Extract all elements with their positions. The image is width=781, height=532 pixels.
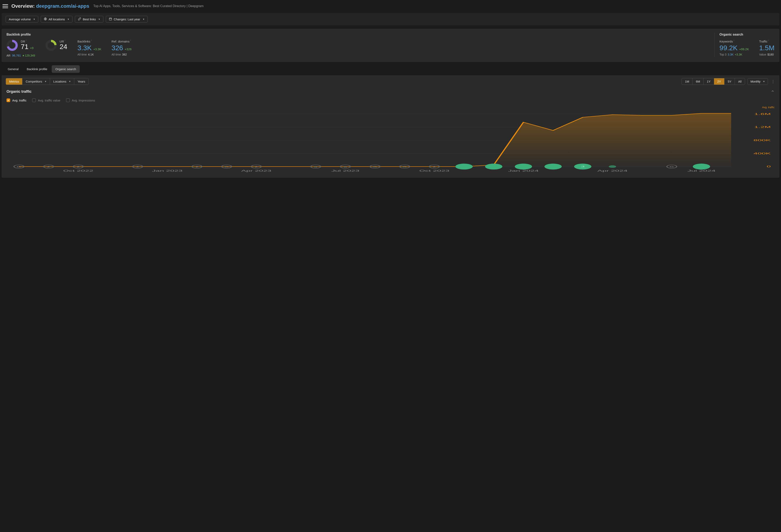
svg-text:Apr 2024: Apr 2024 (597, 169, 627, 172)
filter-links[interactable]: Best links▼ (75, 16, 103, 23)
kebab-icon[interactable]: ⋮ (771, 79, 775, 84)
range-2y[interactable]: 2Y (714, 78, 725, 85)
content-tabs: General Backlink profile Organic search (0, 62, 781, 73)
check-avg-traffic[interactable]: Avg. traffic (6, 98, 27, 102)
svg-text:800K: 800K (753, 139, 771, 142)
dr-donut-icon (6, 40, 18, 51)
svg-text:2: 2 (255, 166, 258, 168)
page-title: Overview: deepgram.com/ai-apps (11, 3, 89, 9)
chevron-down-icon: ▼ (69, 80, 71, 83)
ur-donut-icon (45, 40, 57, 51)
refdomains-label: Ref. domainsi (112, 40, 132, 43)
panel-title: Organic traffic (6, 89, 32, 94)
menu-icon[interactable] (2, 4, 8, 8)
svg-text:Jan 2024: Jan 2024 (508, 169, 539, 172)
calendar-icon (109, 17, 112, 21)
range-6m[interactable]: 6M (693, 78, 703, 85)
collapse-icon[interactable] (771, 89, 775, 94)
granularity-select[interactable]: Monthly▼ (747, 78, 768, 85)
chevron-down-icon: ▼ (33, 18, 35, 21)
traffic-chart: Avg. traffic 0400K800K1.2M1.6MOct 2022Ja… (6, 108, 775, 173)
ur-value: 24 (59, 43, 67, 50)
svg-text:G: G (403, 166, 407, 168)
info-icon[interactable]: i (768, 39, 769, 41)
metrics-cards: Backlink profile DRi 71+9 AR 96,761 (2, 29, 779, 62)
range-all[interactable]: All (735, 78, 745, 85)
svg-text:400K: 400K (753, 152, 771, 155)
tab-backlink[interactable]: Backlink profile (23, 65, 51, 73)
ar-value[interactable]: 96,761 (12, 54, 21, 57)
chart-ylabel: Avg. traffic (762, 106, 775, 109)
svg-text:G: G (17, 166, 21, 168)
seg-competitors[interactable]: Competitors▼ (23, 78, 50, 85)
svg-text:a: a (344, 166, 347, 168)
seg-metrics[interactable]: Metrics (6, 78, 23, 85)
info-icon[interactable]: i (130, 39, 131, 41)
svg-point-54 (609, 165, 616, 168)
checkbox-icon (6, 98, 10, 102)
refdomains-value[interactable]: 326 (112, 44, 123, 52)
chevron-down-icon: ▼ (142, 18, 145, 21)
backlinks-delta: +3.3K (93, 47, 101, 51)
organic-panel: Metrics Competitors▼ Locations▼ Years 1M… (2, 75, 779, 178)
globe-icon (44, 17, 47, 21)
range-1m[interactable]: 1M (682, 78, 693, 85)
tab-general[interactable]: General (4, 65, 22, 73)
svg-text:Oct 2023: Oct 2023 (419, 169, 450, 172)
svg-text:Oct 2022: Oct 2022 (63, 169, 93, 172)
page-subtitle: Top AI Apps, Tools, Services & Software:… (93, 4, 204, 8)
range-5y[interactable]: 5Y (725, 78, 735, 85)
filter-locations[interactable]: All locations▼ (41, 16, 72, 23)
traffic-value[interactable]: 1.5M (759, 44, 775, 52)
info-icon[interactable]: i (26, 39, 27, 41)
info-icon[interactable]: i (734, 39, 734, 41)
traffic-value-row: Value$180 (759, 53, 775, 56)
section-backlink-title: Backlink profile (6, 33, 710, 36)
divider (714, 33, 715, 57)
section-organic-title: Organic search (720, 33, 775, 36)
info-icon[interactable]: i (91, 39, 91, 41)
tab-organic[interactable]: Organic search (52, 65, 80, 73)
range-segments: 1M 6M 1Y 2Y 5Y All (682, 78, 745, 85)
svg-point-50 (515, 164, 532, 170)
svg-text:G: G (373, 166, 377, 168)
backlinks-value[interactable]: 3.3K (78, 44, 92, 52)
svg-text:G: G (224, 166, 229, 168)
ar-row: AR 96,761 129,349 (6, 54, 35, 57)
svg-point-49 (485, 164, 502, 170)
svg-point-51 (544, 164, 562, 170)
svg-point-57 (693, 164, 710, 170)
seg-locations[interactable]: Locations▼ (50, 78, 74, 85)
checkbox-icon (32, 98, 36, 102)
filter-volume[interactable]: Average volume▼ (6, 16, 38, 23)
backlinks-label: Backlinksi (78, 40, 101, 43)
svg-text:Jan 2023: Jan 2023 (152, 169, 182, 172)
view-segments: Metrics Competitors▼ Locations▼ Years (6, 78, 89, 85)
keywords-value[interactable]: 99.2K (720, 44, 738, 52)
dr-delta: +9 (30, 46, 34, 50)
chevron-down-icon: ▼ (98, 18, 100, 21)
svg-text:Apr 2023: Apr 2023 (241, 169, 271, 172)
svg-text:G: G (669, 166, 674, 168)
svg-text:2: 2 (433, 166, 436, 168)
filter-bar: Average volume▼ All locations▼ Best link… (2, 13, 779, 26)
svg-text:2: 2 (136, 166, 139, 168)
svg-text:1.6M: 1.6M (754, 113, 771, 115)
chevron-down-icon: ▼ (45, 80, 47, 83)
keywords-top3: Top 33.3K+3.3K (720, 53, 749, 56)
svg-text:Jul 2024: Jul 2024 (688, 169, 715, 172)
filter-changes[interactable]: Changes: Last year▼ (106, 16, 148, 23)
svg-text:0: 0 (767, 165, 771, 168)
traffic-label: Traffici (759, 40, 775, 43)
backlinks-alltime: All time4.1K (78, 53, 101, 56)
check-avg-value[interactable]: Avg. traffic value (32, 98, 60, 102)
seg-years[interactable]: Years (74, 78, 88, 85)
refdomains-alltime: All time382 (112, 53, 132, 56)
checkbox-icon (66, 98, 70, 102)
info-icon[interactable]: i (65, 39, 65, 41)
chevron-down-icon: ▼ (67, 18, 69, 21)
title-url[interactable]: deepgram.com/ai-apps (36, 3, 89, 9)
range-1y[interactable]: 1Y (703, 78, 714, 85)
check-avg-impressions[interactable]: Avg. Impressions (66, 98, 95, 102)
svg-text:3: 3 (581, 165, 585, 168)
